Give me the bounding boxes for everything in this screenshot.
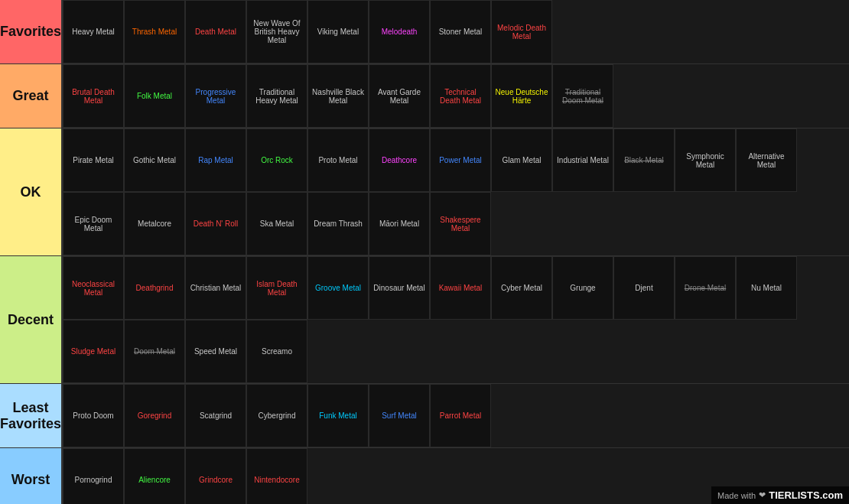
list-item: Dinosaur Metal bbox=[369, 256, 430, 320]
list-item: Black Metal bbox=[613, 128, 675, 192]
list-item: Neue Deutsche Härte bbox=[491, 64, 552, 128]
list-item: Shakespere Metal bbox=[430, 192, 491, 255]
list-item: Epic Doom Metal bbox=[63, 192, 124, 255]
tier-items-2: Pirate MetalGothic MetalRap MetalOrc Roc… bbox=[61, 128, 849, 255]
tier-row-3: DecentNeoclassical MetalDeathgrindChrist… bbox=[0, 256, 849, 384]
list-item: Gothic Metal bbox=[124, 128, 185, 192]
list-item: Aliencore bbox=[124, 448, 185, 504]
list-item: Metalcore bbox=[124, 192, 185, 255]
list-item: Orc Rock bbox=[246, 128, 307, 192]
list-item: Nashville Black Metal bbox=[307, 64, 369, 128]
list-item: Heavy Metal bbox=[63, 0, 124, 63]
tier-label-3: Decent bbox=[0, 256, 61, 383]
list-item: New Wave Of British Heavy Metal bbox=[246, 0, 307, 63]
list-item: Traditional Heavy Metal bbox=[246, 64, 307, 128]
tier-label-0: Favorites bbox=[0, 0, 61, 63]
list-item: Groove Metal bbox=[307, 256, 369, 320]
list-item: Death N' Roll bbox=[185, 192, 246, 255]
list-item: Industrial Metal bbox=[552, 128, 613, 192]
tier-list: FavoritesHeavy MetalThrash MetalDeath Me… bbox=[0, 0, 849, 504]
list-item: Islam Death Metal bbox=[246, 256, 307, 320]
list-item: Viking Metal bbox=[307, 0, 369, 63]
tier-row-0: FavoritesHeavy MetalThrash MetalDeath Me… bbox=[0, 0, 849, 64]
list-item: Power Metal bbox=[430, 128, 491, 192]
list-item: Grunge bbox=[552, 256, 613, 320]
list-item: Nu Metal bbox=[736, 256, 797, 320]
list-item: Neoclassical Metal bbox=[63, 256, 124, 320]
footer: Made with ❤ TIERLISTS.com bbox=[711, 486, 849, 504]
list-item: Dream Thrash bbox=[307, 192, 369, 255]
list-item: Māori Metal bbox=[369, 192, 430, 255]
list-item: Proto Doom bbox=[63, 384, 124, 447]
footer-logo: TIERLISTS.com bbox=[769, 489, 843, 501]
list-item: Cyber Metal bbox=[491, 256, 552, 320]
list-item: Surf Metal bbox=[369, 384, 430, 447]
tier-row-1: GreatBrutal Death MetalFolk MetalProgres… bbox=[0, 64, 849, 128]
list-item: Melodic Death Metal bbox=[491, 0, 552, 63]
list-item: Kawaii Metal bbox=[430, 256, 491, 320]
tier-label-4: Least Favorites bbox=[0, 384, 61, 447]
list-item: Doom Metal bbox=[124, 320, 185, 383]
tier-label-2: OK bbox=[0, 128, 61, 255]
tier-items-4: Proto DoomGoregrindScatgrindCybergrindFu… bbox=[61, 384, 849, 447]
list-item: Goregrind bbox=[124, 384, 185, 447]
list-item: Progressive Metal bbox=[185, 64, 246, 128]
list-item: Death Metal bbox=[185, 0, 246, 63]
list-item: Deathgrind bbox=[124, 256, 185, 320]
list-item: Grindcore bbox=[185, 448, 246, 504]
list-item: Stoner Metal bbox=[430, 0, 491, 63]
list-item: Thrash Metal bbox=[124, 0, 185, 63]
tier-row-2: OKPirate MetalGothic MetalRap MetalOrc R… bbox=[0, 128, 849, 256]
list-item: Drone Metal bbox=[675, 256, 736, 320]
list-item: Funk Metal bbox=[307, 384, 369, 447]
list-item: Rap Metal bbox=[185, 128, 246, 192]
list-item: Cybergrind bbox=[246, 384, 307, 447]
tier-label-1: Great bbox=[0, 64, 61, 128]
footer-heart: ❤ bbox=[759, 490, 766, 500]
list-item: Sludge Metal bbox=[63, 320, 124, 383]
tier-items-1: Brutal Death MetalFolk MetalProgressive … bbox=[61, 64, 849, 128]
list-item: Folk Metal bbox=[124, 64, 185, 128]
list-item: Brutal Death Metal bbox=[63, 64, 124, 128]
list-item: Speed Metal bbox=[185, 320, 246, 383]
list-item: Alternative Metal bbox=[736, 128, 797, 192]
list-item: Avant Garde Metal bbox=[369, 64, 430, 128]
list-item: Deathcore bbox=[369, 128, 430, 192]
tier-items-0: Heavy MetalThrash MetalDeath MetalNew Wa… bbox=[61, 0, 849, 63]
list-item: Ska Metal bbox=[246, 192, 307, 255]
list-item: Scatgrind bbox=[185, 384, 246, 447]
list-item: Melodeath bbox=[369, 0, 430, 63]
tier-row-4: Least FavoritesProto DoomGoregrindScatgr… bbox=[0, 384, 849, 448]
tier-items-3: Neoclassical MetalDeathgrindChristian Me… bbox=[61, 256, 849, 383]
list-item: Pornogrind bbox=[63, 448, 124, 504]
list-item: Parrot Metal bbox=[430, 384, 491, 447]
list-item: Proto Metal bbox=[307, 128, 369, 192]
list-item: Christian Metal bbox=[185, 256, 246, 320]
list-item: Traditional Doom Metal bbox=[552, 64, 613, 128]
list-item: Nintendocore bbox=[246, 448, 307, 504]
list-item: Screamo bbox=[246, 320, 307, 383]
list-item: Glam Metal bbox=[491, 128, 552, 192]
list-item: Djent bbox=[613, 256, 675, 320]
list-item: Symphonic Metal bbox=[675, 128, 736, 192]
tier-label-5: Worst bbox=[0, 448, 61, 504]
list-item: Pirate Metal bbox=[63, 128, 124, 192]
footer-text: Made with bbox=[717, 491, 756, 500]
list-item: Technical Death Metal bbox=[430, 64, 491, 128]
